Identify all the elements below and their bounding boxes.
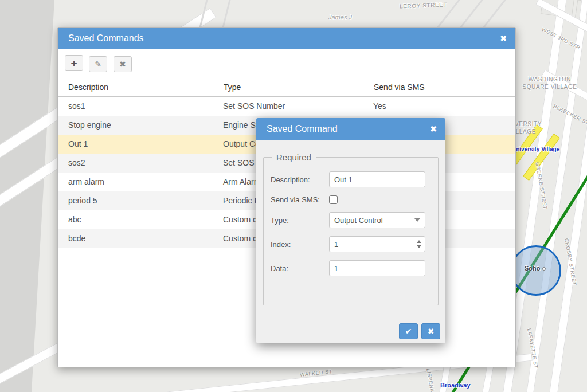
soho-text: Soho <box>525 265 541 272</box>
dialog-title: Saved Command <box>267 124 338 134</box>
index-input[interactable] <box>329 236 425 252</box>
data-input[interactable] <box>329 260 425 276</box>
window-title: Saved Commands <box>68 33 144 44</box>
index-label: Index: <box>271 240 329 249</box>
cell-description: Out 1 <box>58 139 213 148</box>
data-label: Data: <box>271 264 329 273</box>
commands-toolbar: + ✎ ✖ <box>58 49 515 78</box>
close-icon: ✖ <box>428 327 435 336</box>
cell-description: arm alarm <box>58 177 213 186</box>
cell-description: bcde <box>58 234 213 243</box>
map-label-broadway: Broadway <box>440 382 471 389</box>
confirm-button[interactable]: ✔ <box>399 323 418 339</box>
pencil-icon: ✎ <box>95 60 102 69</box>
map-label-university-village-poi: University Village <box>512 146 559 152</box>
cell-type: Set SOS Number <box>213 101 363 111</box>
map-label-washington-square-village: WASHINGTON SQUARE VILLAGE <box>518 76 582 91</box>
stepper-arrows[interactable] <box>417 240 421 248</box>
plus-icon: + <box>71 58 77 69</box>
cell-sms: Yes <box>363 101 515 111</box>
sms-checkbox[interactable] <box>329 195 338 204</box>
cell-description: sos2 <box>58 158 213 167</box>
saved-commands-titlebar: Saved Commands ✖ <box>58 28 515 49</box>
cell-description: abc <box>58 215 213 224</box>
check-icon: ✔ <box>405 327 412 336</box>
column-header-sms: Send via SMS <box>363 78 515 96</box>
form-row-type: Type: Output Control <box>271 212 431 228</box>
form-row-data: Data: <box>271 260 431 276</box>
cell-description: Stop engine <box>58 120 213 130</box>
table-row[interactable]: sos1 Set SOS Number Yes <box>58 97 515 116</box>
saved-command-titlebar: Saved Command ✖ <box>256 118 445 140</box>
cancel-button[interactable]: ✖ <box>421 323 440 339</box>
map-label-leroy-street: LEROY STREET <box>400 2 447 10</box>
delete-icon: ✖ <box>119 60 126 69</box>
map-label-james: James J <box>328 14 352 21</box>
table-header: Description Type Send via SMS <box>58 78 515 97</box>
column-header-type: Type <box>213 78 363 96</box>
required-fieldset: Required Description: Send via SMS: Type… <box>263 152 439 305</box>
form-row-description: Description: <box>271 171 431 187</box>
map-label-lispenard: LISPENA <box>425 368 435 392</box>
cell-description: period 5 <box>58 196 213 205</box>
index-stepper <box>329 236 425 252</box>
form-row-sms: Send via SMS: <box>271 195 431 204</box>
type-select-value: Output Control <box>334 216 383 225</box>
edit-command-button[interactable]: ✎ <box>89 56 107 72</box>
chevron-up-icon <box>417 240 421 243</box>
close-icon[interactable]: ✖ <box>430 125 437 133</box>
chevron-down-icon <box>414 218 420 222</box>
delete-command-button[interactable]: ✖ <box>114 56 132 72</box>
saved-command-dialog: Saved Command ✖ Required Description: Se… <box>256 118 445 343</box>
close-icon[interactable]: ✖ <box>500 34 507 42</box>
dialog-footer: ✔ ✖ <box>256 319 445 343</box>
description-input[interactable] <box>329 171 425 187</box>
column-header-description: Description <box>58 78 213 96</box>
add-command-button[interactable]: + <box>65 55 83 71</box>
fieldset-legend: Required <box>272 152 316 162</box>
type-label: Type: <box>271 216 329 225</box>
sms-label: Send via SMS: <box>271 195 329 204</box>
dialog-body: Required Description: Send via SMS: Type… <box>256 140 445 319</box>
form-row-index: Index: <box>271 236 431 252</box>
cell-description: sos1 <box>58 101 213 111</box>
poi-dot-icon <box>542 267 546 271</box>
map-label-soho: Soho <box>525 265 546 272</box>
chevron-down-icon <box>417 245 421 248</box>
description-label: Description: <box>271 175 329 184</box>
type-select[interactable]: Output Control <box>329 212 425 228</box>
